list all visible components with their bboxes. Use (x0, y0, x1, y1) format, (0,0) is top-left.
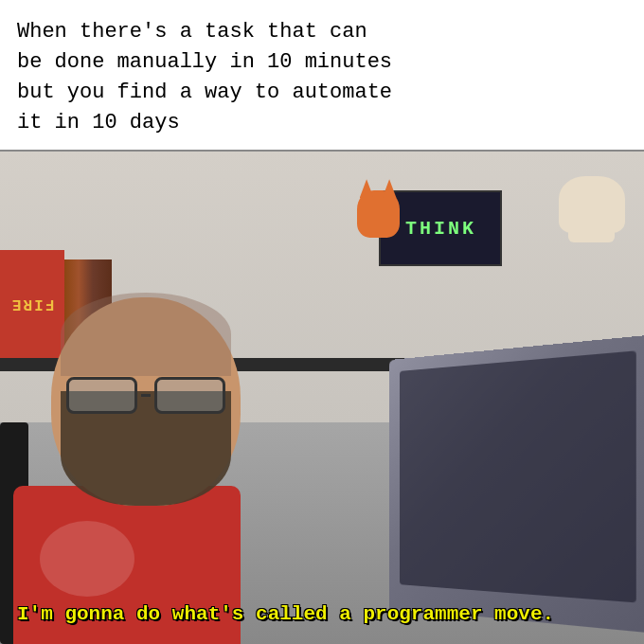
glass-bridge (141, 394, 151, 397)
scene: FIRE THINK (0, 152, 644, 644)
skull-decoration (559, 176, 625, 233)
shirt-logo (40, 521, 134, 597)
fire-book-text: FIRE (10, 295, 54, 313)
glass-lens-left (66, 377, 137, 415)
meme-text-area: When there's a task that can be done man… (0, 0, 644, 150)
meme-container: When there's a task that can be done man… (0, 0, 644, 644)
laptop (389, 334, 644, 633)
meme-image-area: FIRE THINK (0, 152, 644, 644)
fox-toy (357, 190, 400, 238)
fire-book: FIRE (0, 250, 64, 358)
caption-area: I'm gonna do what's called a programmer … (17, 601, 627, 627)
meme-top-text: When there's a task that can be done man… (17, 17, 627, 138)
caption-text: I'm gonna do what's called a programmer … (17, 603, 554, 625)
glass-lens-right (154, 377, 225, 415)
glasses (66, 377, 225, 415)
think-poster-text: THINK (405, 218, 476, 240)
person-head (51, 297, 241, 506)
laptop-screen (401, 350, 637, 601)
